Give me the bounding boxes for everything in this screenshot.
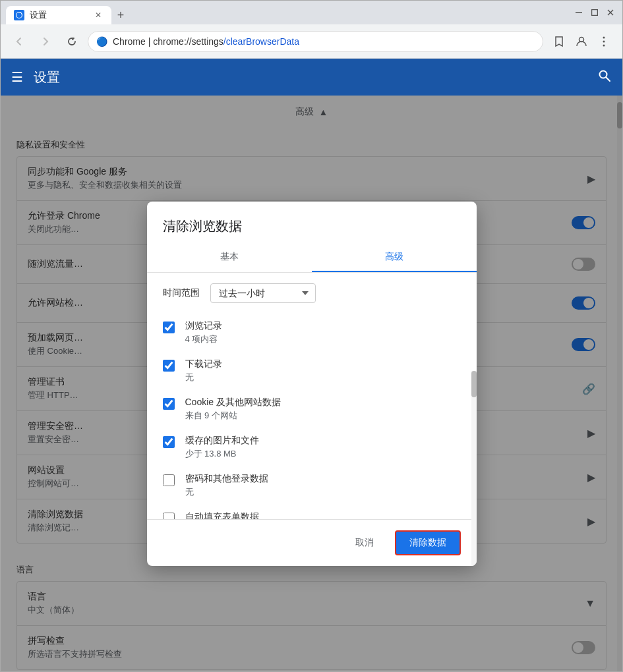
- checkbox-autofill-input[interactable]: [163, 513, 175, 519]
- passwords-label: 密码和其他登录数据: [185, 473, 461, 485]
- modal-overlay: 清除浏览数据 基本 高级 时间范围 过去一小时 过去24小时 过去7天 过去4周…: [1, 96, 622, 671]
- minimize-button[interactable]: [572, 6, 585, 19]
- time-range-row: 时间范围 过去一小时 过去24小时 过去7天 过去4周 全部时间: [147, 273, 477, 308]
- svg-point-6: [603, 36, 605, 38]
- dialog-tabs: 基本 高级: [147, 243, 477, 273]
- browsing-history-label: 浏览记录: [185, 320, 461, 332]
- checkbox-browsing-history-text: 浏览记录 4 项内容: [185, 320, 461, 345]
- title-bar: 设置 ✕ +: [1, 1, 622, 24]
- download-history-label: 下载记录: [185, 358, 461, 370]
- address-path: settings: [192, 36, 223, 47]
- dialog-actions: 取消 清除数据: [147, 519, 477, 566]
- autofill-label: 自动填充表单数据: [185, 511, 461, 519]
- dialog-content: 浏览记录 4 项内容 下载记录 无: [147, 308, 477, 519]
- tab-favicon: [14, 10, 24, 20]
- tab-basic[interactable]: 基本: [147, 243, 312, 272]
- tab-area: 设置 ✕ +: [6, 1, 567, 24]
- back-button[interactable]: [9, 31, 30, 52]
- reload-button[interactable]: [61, 31, 82, 52]
- svg-point-7: [603, 40, 605, 42]
- checkbox-cookies-text: Cookie 及其他网站数据 来自 9 个网站: [185, 397, 461, 422]
- svg-rect-1: [576, 12, 582, 13]
- maximize-button[interactable]: [588, 6, 601, 19]
- svg-line-10: [607, 78, 610, 82]
- profile-button[interactable]: [571, 31, 592, 52]
- address-separator: | chrome://: [146, 36, 192, 47]
- checkbox-cookies: Cookie 及其他网站数据 来自 9 个网站: [147, 390, 477, 428]
- address-highlight: /clearBrowserData: [223, 36, 299, 47]
- app-bar: ☰ 设置: [1, 59, 622, 96]
- window-frame: 设置 ✕ + 🔵: [0, 0, 623, 672]
- tab-advanced[interactable]: 高级: [312, 243, 477, 272]
- address-text: Chrome | chrome://settings/clearBrowserD…: [113, 36, 535, 47]
- time-range-select[interactable]: 过去一小时 过去24小时 过去7天 过去4周 全部时间: [210, 283, 316, 303]
- cached-images-sub: 少于 13.8 MB: [185, 448, 461, 460]
- menu-button[interactable]: [593, 31, 614, 52]
- new-tab-button[interactable]: +: [111, 6, 130, 24]
- time-range-label: 时间范围: [163, 287, 200, 299]
- toolbar-icons: [549, 31, 614, 52]
- checkbox-download-history-text: 下载记录 无: [185, 358, 461, 383]
- dialog-title: 清除浏览数据: [147, 202, 477, 243]
- address-bar: 🔵 Chrome | chrome://settings/clearBrowse…: [1, 24, 622, 59]
- hamburger-icon[interactable]: ☰: [11, 69, 23, 85]
- tab-close-button[interactable]: ✕: [93, 10, 104, 20]
- browser-tab[interactable]: 设置 ✕: [6, 6, 111, 24]
- checkbox-autofill-text: 自动填充表单数据: [185, 511, 461, 519]
- svg-rect-2: [592, 10, 598, 16]
- address-brand: Chrome: [113, 36, 146, 47]
- checkbox-browsing-history-input[interactable]: [163, 322, 175, 333]
- cached-images-label: 缓存的图片和文件: [185, 435, 461, 447]
- checkbox-download-history: 下载记录 无: [147, 352, 477, 390]
- clear-browsing-dialog: 清除浏览数据 基本 高级 时间范围 过去一小时 过去24小时 过去7天 过去4周…: [147, 202, 477, 566]
- checkbox-cookies-input[interactable]: [163, 398, 175, 410]
- cookies-label: Cookie 及其他网站数据: [185, 397, 461, 408]
- search-icon[interactable]: [597, 69, 612, 86]
- app-title: 设置: [34, 69, 60, 86]
- browsing-history-sub: 4 项内容: [185, 333, 461, 345]
- close-button[interactable]: [604, 6, 617, 19]
- clear-data-button[interactable]: 清除数据: [395, 530, 461, 555]
- checkbox-passwords-text: 密码和其他登录数据 无: [185, 473, 461, 498]
- cancel-button[interactable]: 取消: [342, 530, 387, 555]
- dialog-scrollbar-track[interactable]: [471, 371, 477, 566]
- checkbox-cached-images-text: 缓存的图片和文件 少于 13.8 MB: [185, 435, 461, 460]
- passwords-sub: 无: [185, 486, 461, 498]
- address-input[interactable]: 🔵 Chrome | chrome://settings/clearBrowse…: [88, 31, 543, 52]
- cookies-sub: 来自 9 个网站: [185, 410, 461, 422]
- bookmark-button[interactable]: [549, 31, 570, 52]
- secure-icon: 🔵: [96, 36, 107, 47]
- forward-button[interactable]: [35, 31, 56, 52]
- checkbox-autofill: 自动填充表单数据: [147, 505, 477, 519]
- checkbox-passwords: 密码和其他登录数据 无: [147, 466, 477, 505]
- checkbox-cached-images-input[interactable]: [163, 436, 175, 448]
- dialog-content-wrapper: 浏览记录 4 项内容 下载记录 无: [147, 308, 477, 519]
- dialog-scrollbar-thumb[interactable]: [471, 371, 477, 397]
- svg-point-8: [603, 44, 605, 46]
- tab-title: 设置: [30, 9, 47, 21]
- checkbox-browsing-history: 浏览记录 4 项内容: [147, 314, 477, 352]
- checkbox-passwords-input[interactable]: [163, 474, 175, 486]
- main-content: 高级 ▲ 隐私设置和安全性 同步功能和 Google 服务 更多与隐私、安全和数…: [1, 96, 622, 671]
- window-controls: [572, 6, 617, 19]
- checkbox-cached-images: 缓存的图片和文件 少于 13.8 MB: [147, 428, 477, 466]
- checkbox-download-history-input[interactable]: [163, 360, 175, 372]
- download-history-sub: 无: [185, 372, 461, 383]
